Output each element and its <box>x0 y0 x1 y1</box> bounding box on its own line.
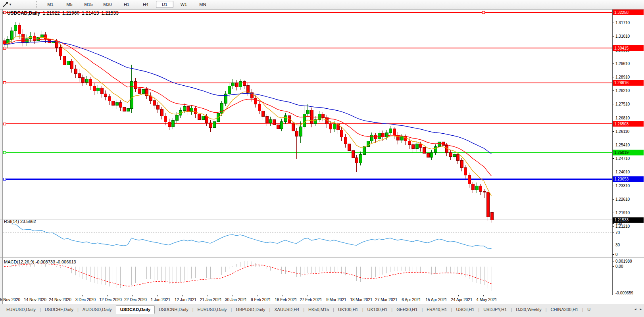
macd-label: MACD(12,26,9) -0.008733 -0.006613 <box>4 259 76 264</box>
ohlc-low: 1.21413 <box>82 10 99 16</box>
tab-scroll-arrows: ◄► <box>634 305 642 311</box>
svg-text:100: 100 <box>615 221 622 226</box>
svg-text:1.24710: 1.24710 <box>615 156 630 161</box>
svg-text:14 Nov 2020: 14 Nov 2020 <box>24 298 46 302</box>
svg-text:1.22610: 1.22610 <box>615 197 630 202</box>
svg-text:70: 70 <box>615 231 620 235</box>
chart-tab-gbpusd-daily[interactable]: GBPUSD,Daily <box>232 306 269 313</box>
svg-text:27 Mar 2021: 27 Mar 2021 <box>375 298 398 302</box>
svg-text:9 Mar 2021: 9 Mar 2021 <box>326 298 346 302</box>
svg-text:3 Dec 2020: 3 Dec 2020 <box>75 298 96 302</box>
chart-tab-audusd-daily[interactable]: AUDUSD,Daily <box>79 306 116 313</box>
tab-scroll-left-icon[interactable]: ◄ <box>634 307 637 311</box>
svg-text:9 Feb 2021: 9 Feb 2021 <box>251 298 271 302</box>
chart-tab-bar: EURUSD,Daily|USDCHF,Daily|AUDUSD,DailyUS… <box>0 304 644 317</box>
chart-tab-xauusd-h4[interactable]: XAUUSD,H4 <box>270 306 303 313</box>
timeframe-button-h1[interactable]: H1 <box>118 1 135 8</box>
svg-text:1.25410: 1.25410 <box>615 143 630 147</box>
svg-text:12 Dec 2020: 12 Dec 2020 <box>99 298 122 302</box>
trendline-tool-icon[interactable] <box>2 1 9 8</box>
svg-text:18 Mar 2021: 18 Mar 2021 <box>350 298 373 302</box>
svg-text:22 Dec 2020: 22 Dec 2020 <box>124 298 147 302</box>
svg-text:21 Jan 2021: 21 Jan 2021 <box>200 298 222 302</box>
svg-text:24 Apr 2021: 24 Apr 2021 <box>451 298 473 302</box>
left-gutter <box>0 10 3 304</box>
timeframe-button-m30[interactable]: M30 <box>99 1 116 8</box>
chart-title: ▼ USDCAD,Daily 1.21922 1.21960 1.21413 1… <box>2 10 119 16</box>
chart-tab-uk100-h1[interactable]: UK100,H1 <box>363 306 392 313</box>
svg-text:1.28210: 1.28210 <box>615 88 630 93</box>
svg-text:1.26503: 1.26503 <box>614 122 629 126</box>
chart-tab-hk50-m15[interactable]: HK50,M15 <box>304 306 333 313</box>
timeframe-button-mn[interactable]: MN <box>194 1 211 8</box>
toolbar-grip[interactable] <box>36 1 37 8</box>
svg-text:1.31010: 1.31010 <box>615 34 630 38</box>
chart-tab-dj30-weekly[interactable]: DJ30,Weekly <box>512 306 546 313</box>
timeframe-button-m5[interactable]: M5 <box>61 1 78 8</box>
svg-text:1.27510: 1.27510 <box>615 102 630 106</box>
svg-text:1.23310: 1.23310 <box>615 184 630 188</box>
mt4-terminal: { "toolbar": { "timeframes": ["M1","M5",… <box>0 0 644 317</box>
timeframe-button-h4[interactable]: H4 <box>137 1 154 8</box>
chart-tab-china300-h1[interactable]: CHINA300,H1 <box>547 306 582 313</box>
svg-text:27 Feb 2021: 27 Feb 2021 <box>300 298 322 302</box>
timeframe-button-m15[interactable]: M15 <box>80 1 97 8</box>
svg-text:30 Jan 2021: 30 Jan 2021 <box>225 298 247 302</box>
ohlc-close: 1.21533 <box>101 10 118 16</box>
tab-scroll-right-icon[interactable]: ► <box>639 307 642 311</box>
svg-text:1.21910: 1.21910 <box>615 211 630 215</box>
svg-text:1.29610: 1.29610 <box>615 61 630 66</box>
ohlc-high: 1.21960 <box>62 10 79 16</box>
svg-text:1.28910: 1.28910 <box>615 75 630 79</box>
chart-tab-uk100-h1[interactable]: UK100,H1 <box>334 306 362 313</box>
chart-tab-usoil-h1[interactable]: USOil,H1 <box>452 306 478 313</box>
svg-text:1.28616: 1.28616 <box>614 81 629 85</box>
svg-text:0.00: 0.00 <box>615 264 623 269</box>
chart-tab-usdjpy-h1[interactable]: USDJPY,H1 <box>479 306 511 313</box>
ohlc-open: 1.21922 <box>42 10 60 16</box>
svg-text:6 Apr 2021: 6 Apr 2021 <box>402 298 421 302</box>
svg-text:1.31710: 1.31710 <box>615 21 630 25</box>
chart-tab-usdcad-daily[interactable]: USDCAD,Daily <box>116 305 155 314</box>
rsi-label: RSI(14) 23.5662 <box>4 219 36 224</box>
svg-text:18 Feb 2021: 18 Feb 2021 <box>275 298 297 302</box>
chart-canvas[interactable]: 1.317101.310101.303101.296101.289101.282… <box>0 10 644 304</box>
chart-tab-usdcnh-daily[interactable]: USDCNH,Daily <box>155 306 192 313</box>
symbol-menu-caret-icon[interactable]: ▼ <box>2 12 5 15</box>
svg-text:12 Jan 2021: 12 Jan 2021 <box>175 298 196 302</box>
svg-text:1.26810: 1.26810 <box>615 116 630 120</box>
svg-text:4 May 2021: 4 May 2021 <box>476 298 497 302</box>
svg-text:-0.009659: -0.009659 <box>615 291 633 295</box>
chart-tab-ger30-h1[interactable]: GER30,H1 <box>392 306 421 313</box>
svg-text:1 Jan 2021: 1 Jan 2021 <box>151 298 171 302</box>
svg-text:1.25019: 1.25019 <box>614 150 629 155</box>
timeframe-button-w1[interactable]: W1 <box>175 1 192 8</box>
svg-text:1.24010: 1.24010 <box>615 170 630 174</box>
chart-tab-eurusd-daily[interactable]: EURUSD,Daily <box>194 306 231 313</box>
svg-text:1.30415: 1.30415 <box>614 46 629 50</box>
chart-tab-usdchf-daily[interactable]: USDCHF,Daily <box>41 306 77 313</box>
chart-tab-u[interactable]: U <box>583 306 594 313</box>
svg-text:0.001989: 0.001989 <box>615 259 632 263</box>
svg-text:1.32258: 1.32258 <box>614 10 629 15</box>
svg-text:1.23653: 1.23653 <box>614 177 629 181</box>
timeframe-toolbar: M1M5M15M30H1H4D1W1MN <box>41 1 212 8</box>
top-toolbar: ▼ M1M5M15M30H1H4D1W1MN <box>0 0 644 9</box>
chart-tab-eurusd-daily[interactable]: EURUSD,Daily <box>2 306 40 313</box>
svg-text:15 Apr 2021: 15 Apr 2021 <box>426 298 447 302</box>
svg-text:1.26110: 1.26110 <box>615 129 630 134</box>
svg-text:0: 0 <box>615 252 618 257</box>
timeframe-button-d1[interactable]: D1 <box>156 1 173 8</box>
svg-text:24 Nov 2020: 24 Nov 2020 <box>49 298 71 302</box>
symbol-period-label: USDCAD,Daily <box>7 10 40 16</box>
chart-window[interactable]: 1.317101.310101.303101.296101.289101.282… <box>0 9 644 304</box>
svg-text:5 Nov 2020: 5 Nov 2020 <box>0 298 21 302</box>
chart-tab-fra40-h1[interactable]: FRA40,H1 <box>423 306 451 313</box>
timeframe-button-m1[interactable]: M1 <box>42 1 59 8</box>
dropdown-caret-icon[interactable]: ▼ <box>9 3 12 6</box>
svg-text:30: 30 <box>615 243 620 247</box>
